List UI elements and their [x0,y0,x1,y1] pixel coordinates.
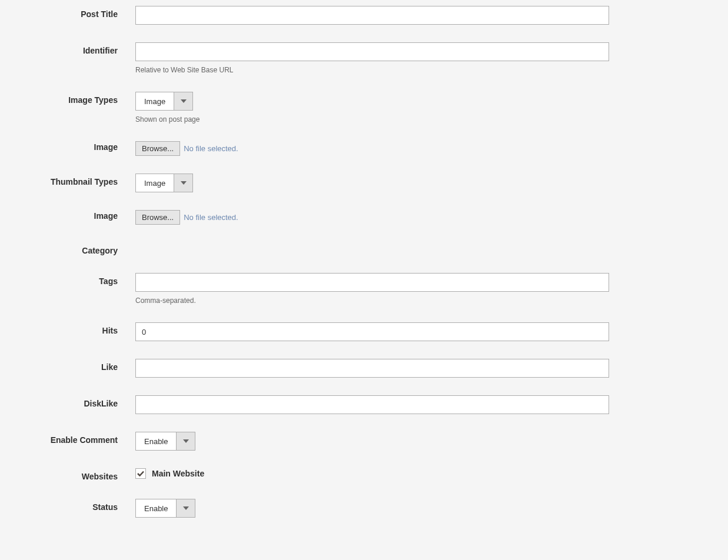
main-website-label: Main Website [152,469,204,478]
thumbnail-types-label: Thumbnail Types [18,174,135,186]
thumbnail-browse-button[interactable]: Browse... [135,210,180,225]
chevron-down-icon [176,499,195,517]
tags-label: Tags [18,273,135,286]
post-title-label: Post Title [18,6,135,19]
like-label: Like [18,359,135,372]
tags-input[interactable] [135,273,609,292]
image-label: Image [18,141,135,152]
post-title-input[interactable] [135,6,609,25]
category-label: Category [18,242,135,255]
dislike-input[interactable] [135,395,609,414]
identifier-input[interactable] [135,42,609,61]
image-file-status: No file selected. [184,144,238,153]
chevron-down-icon [176,432,195,450]
identifier-help: Relative to Web Site Base URL [135,66,609,74]
dislike-label: DiskLike [18,395,135,408]
image-browse-button[interactable]: Browse... [135,141,180,156]
enable-comment-value: Enable [136,432,176,450]
enable-comment-select[interactable]: Enable [135,432,195,451]
tags-help: Comma-separated. [135,296,609,305]
like-input[interactable] [135,359,609,378]
main-website-checkbox[interactable] [135,468,146,479]
status-select[interactable]: Enable [135,499,195,518]
thumbnail-image-label: Image [18,210,135,221]
thumbnail-types-value: Image [136,174,174,192]
status-value: Enable [136,499,176,517]
identifier-label: Identifier [18,42,135,55]
checkmark-icon [137,471,144,476]
status-label: Status [18,499,135,512]
websites-label: Websites [18,468,135,481]
chevron-down-icon [174,174,192,192]
hits-input[interactable] [135,322,609,341]
image-types-help: Shown on post page [135,115,609,124]
image-types-select[interactable]: Image [135,92,193,111]
chevron-down-icon [174,92,192,110]
enable-comment-label: Enable Comment [18,432,135,445]
thumbnail-file-status: No file selected. [184,213,238,222]
thumbnail-types-select[interactable]: Image [135,174,193,192]
image-types-value: Image [136,92,174,110]
image-types-label: Image Types [18,92,135,105]
hits-label: Hits [18,322,135,335]
